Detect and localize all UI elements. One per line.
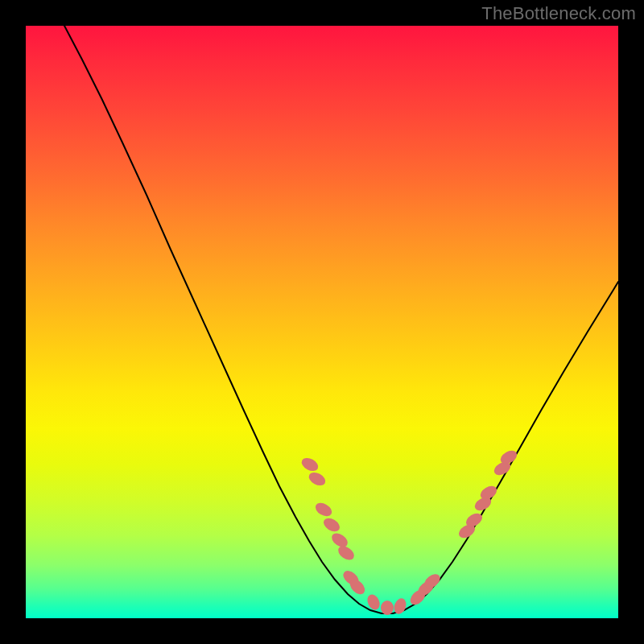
curve-marker [299,456,320,474]
curve-marker [336,543,357,563]
plot-svg [26,26,618,618]
chart-frame: TheBottleneck.com [0,0,644,644]
curve-marker [329,530,350,550]
curve-marker [307,470,328,489]
bottleneck-curve [64,26,618,613]
watermark-text: TheBottleneck.com [481,3,636,24]
curve-marker [321,515,342,535]
plot-area [26,26,618,618]
curve-markers [299,448,519,615]
curve-marker [381,601,394,615]
curve-marker [313,500,334,518]
